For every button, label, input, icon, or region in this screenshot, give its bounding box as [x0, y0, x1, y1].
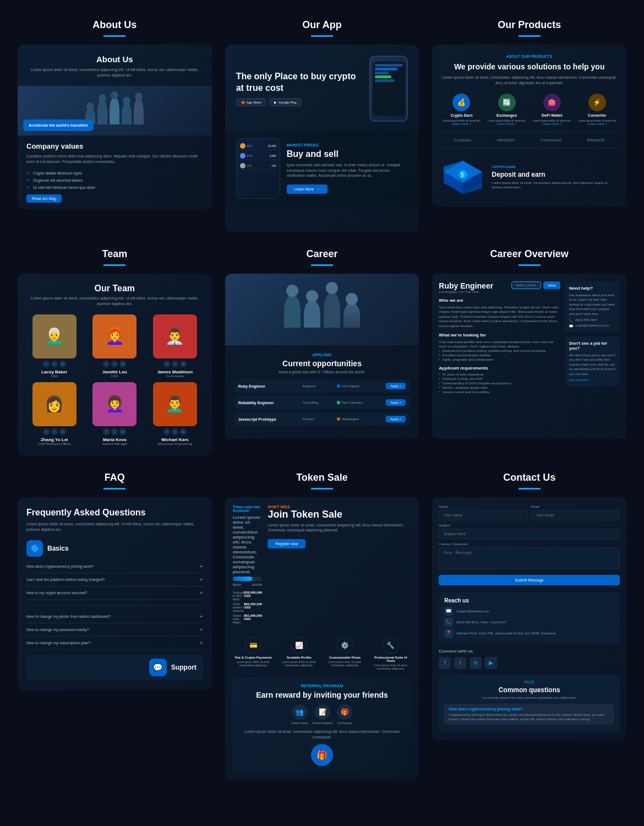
current-opps-desc: Have a great role with IT. Offices aroun…: [234, 370, 411, 374]
faq-general-0[interactable]: How to change my photo from admin dashbo…: [26, 610, 203, 623]
reach-us-section: Reach us ✉️ Support@hidemo.com 📞 (904) 5…: [439, 592, 620, 643]
about-us-heading: About Us: [92, 19, 137, 31]
feature-item-0: 💳 Flat & Crypto Payments Lorem ipsum dol…: [233, 637, 274, 671]
social-dot-fb-3[interactable]: f: [43, 428, 50, 435]
member-photo-bg-5: 👨‍🦱: [153, 382, 197, 426]
products-headline: We provide various solutions to help you: [441, 62, 618, 72]
faq-gen-question-1: How to change my password easily?: [26, 628, 89, 632]
social-dot-in-3[interactable]: in: [59, 428, 66, 435]
svg-text:$: $: [461, 172, 464, 178]
app-hero-title: The only Place to buy crypto at true cos…: [236, 71, 364, 94]
product-learn-0[interactable]: Learn more >: [441, 122, 482, 126]
member-socials-5: f t in: [147, 428, 203, 435]
product-name-1: Exchanges: [486, 113, 527, 117]
contact-us-heading: Contact Us: [503, 472, 555, 483]
social-twitter[interactable]: t: [454, 657, 466, 669]
apply-btn-0[interactable]: Apply >: [386, 383, 406, 389]
about-checklist: Crypto Wallet Minimum typhi Dogecoin eli…: [26, 170, 203, 191]
social-dot-in-1[interactable]: in: [119, 361, 126, 367]
ref-icon-label-2: Get Reward: [337, 721, 352, 725]
faq-general-1[interactable]: How to change my password easily? +: [26, 623, 203, 637]
product-name-2: DeFi Wallet: [532, 113, 572, 117]
common-q-item-0[interactable]: How does cryptocurrency pricing work? Cr…: [444, 704, 614, 725]
message-input[interactable]: [439, 547, 620, 569]
team-grid: 👨‍🦳 f t in Lacey Baker CEO 👩‍🦰 f: [26, 314, 203, 445]
deposit-desc: Lorem ipsum dolor sit amet, consectetur …: [492, 181, 618, 190]
no-job-text: We don't have and to see you if you don'…: [569, 353, 615, 376]
subject-group: Subject: [439, 524, 620, 539]
feature-name-3: Professional Suite of Tools: [370, 656, 411, 662]
social-dot-fb-0[interactable]: f: [43, 361, 50, 367]
team-section: Team Our Team Lorem ipsum dolor sit amet…: [11, 240, 219, 464]
member-socials-4: f t in: [87, 428, 143, 435]
read-blog-button[interactable]: Read our blog: [26, 194, 62, 203]
social-dot-fb-1[interactable]: f: [103, 361, 110, 367]
let-us-know-link[interactable]: Let us know >: [569, 378, 615, 382]
social-dot-in-0[interactable]: in: [59, 361, 66, 367]
refer-friend-button[interactable]: Refer a friend: [511, 281, 541, 289]
learn-more-button[interactable]: Learn More: [287, 184, 328, 194]
social-linkedin[interactable]: in: [470, 657, 482, 669]
need-help-box: Need help? Get assistance about and writ…: [565, 281, 620, 332]
social-dot-tw-3[interactable]: t: [51, 428, 58, 435]
submit-message-button[interactable]: Submit Message: [439, 575, 620, 585]
support-icon: 💬: [149, 659, 167, 676]
social-dot-in-5[interactable]: in: [180, 428, 187, 435]
social-dot-fb-5[interactable]: f: [163, 428, 170, 435]
email-input[interactable]: [531, 510, 620, 520]
referral-tag: REFERRAL PROGRAM: [239, 684, 405, 688]
product-learn-3[interactable]: Learn more >: [577, 122, 618, 126]
social-dot-tw-5[interactable]: t: [172, 428, 178, 435]
team-member-4: 👩‍🦱 f t in Maria Kova General Manager: [87, 382, 143, 445]
apply-btn-1[interactable]: Apply >: [386, 399, 406, 406]
apply-main-button[interactable]: Apply: [543, 281, 560, 289]
member-photo-1: 👩‍🦰: [92, 314, 137, 358]
feature-item-2: ⚙️ Customizable Flows Lorem ipsum dolor …: [324, 637, 365, 671]
faq-general-2[interactable]: How to change my subscription plan? +: [26, 637, 203, 650]
looking-for-list: Experience in problem solving, problem-s…: [439, 349, 560, 361]
job-header-text: Ruby Engineer Los Angeles, LA • Full Tim…: [439, 281, 493, 295]
subject-input[interactable]: [439, 529, 620, 539]
contact-email: ✉️ a.doe@hiretechco.com: [569, 324, 615, 328]
feature-icon-2: ⚙️: [337, 637, 353, 654]
apply-btn-2[interactable]: Apply >: [386, 416, 406, 422]
social-dot-tw-1[interactable]: t: [111, 361, 118, 367]
team-desc: Lorem ipsum dolor sit amet, consectetur …: [26, 296, 203, 307]
apple-icon: 🍎: [241, 100, 245, 104]
register-button[interactable]: Register now: [268, 539, 305, 548]
product-learn-2[interactable]: Learn more >: [532, 122, 572, 126]
reach-item-0: ✉️ Support@hidemo.com: [444, 607, 614, 616]
google-play-btn[interactable]: ▶ Google Play: [269, 98, 302, 106]
social-dot-fb-4[interactable]: f: [103, 428, 110, 435]
ref-icon-img-1: 📝: [315, 704, 330, 720]
member-socials-2: f t in: [147, 361, 203, 367]
office-people: [284, 292, 360, 328]
social-dot-fb-2[interactable]: f: [163, 361, 170, 367]
social-dot-tw-0[interactable]: t: [51, 361, 58, 367]
name-input[interactable]: [439, 510, 527, 520]
stat-val-0: $39,000,000 USD: [244, 591, 262, 601]
faq-card: Frequently Asked Questions Lorem ipsum d…: [18, 497, 212, 691]
requirements-list: 4+ years of work experience Proficient i…: [439, 373, 560, 394]
faq-item-1[interactable]: Can I test the platform before losing ch…: [26, 573, 203, 586]
email-icon: ✉️: [569, 324, 573, 328]
phone-bar-3: [375, 72, 389, 74]
product-icon-3: ⚡: [588, 94, 606, 111]
our-app-card: The only Place to buy crypto at true cos…: [225, 45, 419, 232]
product-learn-1[interactable]: Learn more >: [486, 122, 527, 126]
social-dot-in-4[interactable]: in: [119, 428, 126, 435]
member-socials-1: f t in: [87, 361, 143, 367]
social-dot-tw-4[interactable]: t: [111, 428, 118, 435]
social-youtube[interactable]: ▶: [485, 657, 497, 669]
social-dot-in-2[interactable]: in: [180, 361, 187, 367]
reach-items: ✉️ Support@hidemo.com 📞 (904) 555-8011 /…: [444, 607, 614, 638]
feature-icon-0: 💳: [245, 637, 261, 654]
social-facebook[interactable]: f: [439, 657, 451, 669]
apple-store-btn[interactable]: 🍎 App Store: [236, 98, 266, 106]
career-section: Career APPLYING Current opportunities Ha…: [219, 240, 426, 464]
faq-item-2[interactable]: How is my crypto account secured? +: [26, 586, 203, 600]
faq-card-desc: Lorem ipsum dolor sit amet, consectetur …: [26, 521, 203, 532]
faq-item-0[interactable]: How does cryptocurrency pricing work? +: [26, 560, 203, 573]
social-dot-tw-2[interactable]: t: [172, 361, 178, 367]
req-title: Applicant requirements: [439, 366, 560, 371]
